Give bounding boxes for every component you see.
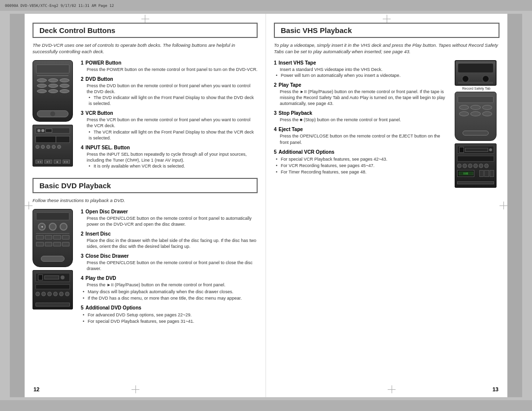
vhs-3-title: Stop Playback [279,110,312,116]
vhs-4-num: 4 [274,127,277,132]
crosshair-left [25,202,33,209]
dvd-4-bullet-2: • If the DVD has a disc menu, or more th… [83,295,258,301]
dvd-2-title: Insert Disc [86,231,111,237]
basic-vhs-intro: To play a videotape, simply insert it in… [274,42,499,55]
vhs-item-5: 5 Additional VCR Options • For special V… [274,149,449,175]
basic-vhs-content: 1 Insert VHS Tape Insert a standard VHS … [274,60,499,190]
right-gray-panel [507,14,522,397]
vhs-4-title: Eject Tape [279,127,303,132]
top-bar-text: 00090A DVD-V85K/XTC-Eng2 9/17/02 11:31 A… [5,3,114,8]
dvd-2-body: Place the disc in the drawer with the la… [81,238,258,249]
deck-control-images: ◄◄ ►II ■ ►► [33,60,77,173]
dvd-4-body: Press the ►II (Play/Pause) button on the… [81,282,258,288]
item-3-bullet-text: • The VCR indicator will light on the Fr… [89,130,254,140]
dvd-item-3: 3 Close Disc Drawer Press the OPEN/CLOSE… [81,253,258,272]
dvd-4-bullet-1: • Many discs will begin playback automat… [83,289,258,295]
item-2-bullet-text: • The DVD indicator will light on the Fr… [89,95,254,106]
dvd-1-num: 1 [81,209,84,214]
record-safety-label: Record Safety Tab [455,87,498,90]
dvd-images: ◄ [33,209,77,329]
dvd-item-2: 2 Insert Disc Place the disc in the draw… [81,231,258,249]
page-right: Basic VHS Playback To play a videotape, … [266,14,507,397]
dvd-3-body: Press the OPEN/CLOSE button on the remot… [81,260,258,272]
vhs-2-body: Press the ►II (Play/Pause) button on the… [274,89,449,106]
deck-control-title: Deck Control Buttons [33,23,258,38]
basic-vhs-section: Basic VHS Playback To play a videotape, … [274,23,499,190]
crosshair-bottom-right [388,385,396,393]
basic-dvd-content: ◄ [33,209,258,329]
main-content: Deck Control Buttons The DVD-VCR uses on… [0,11,532,400]
dvd-2-num: 2 [81,231,84,237]
vcr-front-panel-img: 0:00 [455,143,497,188]
deck-item-4: 4 INPUT SEL. Button Press the INPUT SEL … [81,145,258,169]
item-4-bullet: • It is only available when VCR deck is … [81,163,258,169]
deck-item-1: 1 POWER Button Press the POWER button on… [81,60,258,72]
dvd-items: 1 Open Disc Drawer Press the OPEN/CLOSE … [81,209,258,329]
crosshair-right [499,202,507,209]
basic-dvd-section: Basic DVD Playback Follow these instruct… [33,178,258,328]
deck-item-3: 3 VCR Button Press the VCR button on the… [81,110,258,141]
item-1-num: 1 [81,60,84,66]
dvd-5-bullets: • For advanced DVD Setup options, see pa… [81,312,258,324]
dvd-5-title: Additional DVD Options [86,305,141,310]
deck-item-2: 2 DVD Button Press the DVD button on the… [81,76,258,107]
item-2-title: DVD Button [86,76,113,82]
item-4-bullet-text: • It is only available when VCR deck is … [89,164,185,169]
deck-control-content: ◄◄ ►II ■ ►► [33,60,258,173]
vhs-2-title: Play Tape [279,82,301,88]
white-pages: Deck Control Buttons The DVD-VCR uses on… [25,14,507,397]
crosshair-top-left [141,15,149,23]
basic-vhs-title: Basic VHS Playback [274,23,499,38]
item-3-body: Press the VCR button on the remote contr… [81,117,258,129]
dvd-5-bullet-1: • For advanced DVD Setup options, see pa… [83,312,258,318]
vhs-5-bullet-1: • For special VCR Playback features, see… [276,156,449,162]
front-panel-img-1: ◄◄ ►II ■ ►► [33,125,73,167]
dvd-1-body: Press the OPEN/CLOSE button on the remot… [81,215,258,227]
bottom-bar [0,400,532,411]
deck-control-section: Deck Control Buttons The DVD-VCR uses on… [33,23,258,173]
remote-control-img [33,60,73,122]
item-3-bullet: • The VCR indicator will light on the Fr… [81,129,258,141]
item-2-num: 2 [81,76,84,82]
dvd-remote-img: ◄ [33,209,73,267]
crosshair-top-right [383,15,391,23]
vhs-3-body: Press the ■ (Stop) button on the remote … [274,117,449,123]
dvd-item-5: 5 Additional DVD Options • For advanced … [81,305,258,324]
dvd-4-num: 4 [81,275,84,281]
vhs-3-num: 3 [274,110,277,116]
vhs-1-title: Insert VHS Tape [279,60,316,66]
vhs-tape-img: Record Safety Tab [455,60,498,90]
vhs-1-body: Insert a standard VHS videotape into the… [274,67,449,72]
deck-control-items: 1 POWER Button Press the POWER button on… [81,60,258,173]
vhs-1-bullet-text: • Power will turn on automatically when … [276,72,449,78]
top-bar: 00090A DVD-V85K/XTC-Eng2 9/17/02 11:31 A… [0,0,532,11]
item-4-body: Press the INPUT SEL button repeatedly to… [81,151,258,163]
item-2-body: Press the DVD button on the remote contr… [81,83,258,95]
vhs-item-1: 1 Insert VHS Tape Insert a standard VHS … [274,60,449,78]
vhs-items: 1 Insert VHS Tape Insert a standard VHS … [274,60,449,190]
vhs-5-bullet-3: • For Timer Recording features, see page… [276,169,449,175]
vhs-4-body: Press the OPEN/CLOSE button on the remot… [274,133,449,145]
deck-control-intro: The DVD-VCR uses one set of controls to … [33,42,258,55]
item-4-title: INPUT SEL. Button [86,145,130,150]
page-num-left: 12 [33,386,39,392]
item-1-body: Press the POWER button on the remote con… [81,67,258,72]
basic-dvd-intro: Follow these instructions to playback a … [33,197,258,204]
item-3-title: VCR Button [86,110,113,116]
dvd-4-bullets: • Many discs will begin playback automat… [81,289,258,301]
crosshair-bottom-left [132,385,139,393]
left-gray-panel [10,14,25,397]
vhs-5-bullet-2: • For VCR Recording features, see pages … [276,163,449,169]
dvd-3-title: Close Disc Drawer [86,253,129,259]
dvd-front-panel-img [33,270,73,309]
item-4-num: 4 [81,145,84,150]
vhs-images: Record Safety Tab [453,60,499,190]
dvd-item-1: 1 Open Disc Drawer Press the OPEN/CLOSE … [81,209,258,227]
page-num-right: 13 [493,386,499,392]
vhs-2-num: 2 [274,82,277,88]
dvd-5-bullet-2: • For special DVD Playback features, see… [83,318,258,324]
item-2-bullet: • The DVD indicator will light on the Fr… [81,95,258,106]
vhs-5-num: 5 [274,149,277,155]
item-3-num: 3 [81,110,84,116]
book-spread: Deck Control Buttons The DVD-VCR uses on… [10,14,522,397]
